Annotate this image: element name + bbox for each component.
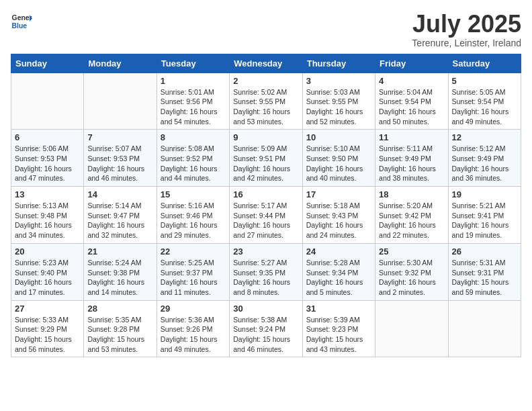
cell-w2-d7: 12Sunrise: 5:12 AM Sunset: 9:49 PM Dayli… <box>448 130 521 187</box>
cell-w2-d6: 11Sunrise: 5:11 AM Sunset: 9:49 PM Dayli… <box>375 130 448 187</box>
location-subtitle: Terenure, Leinster, Ireland <box>412 38 521 48</box>
day-info: Sunrise: 5:09 AM Sunset: 9:51 PM Dayligh… <box>233 144 298 183</box>
day-number: 3 <box>306 76 371 86</box>
day-number: 17 <box>306 189 371 199</box>
day-number: 21 <box>87 246 152 257</box>
day-number: 12 <box>452 132 517 142</box>
day-number: 2 <box>233 76 298 86</box>
cell-w5-d1: 27Sunrise: 5:33 AM Sunset: 9:29 PM Dayli… <box>11 300 84 357</box>
header-row: Sunday Monday Tuesday Wednesday Thursday… <box>11 54 521 73</box>
day-info: Sunrise: 5:04 AM Sunset: 9:54 PM Dayligh… <box>379 87 444 127</box>
calendar-table: Sunday Monday Tuesday Wednesday Thursday… <box>11 54 521 358</box>
cell-w2-d3: 8Sunrise: 5:08 AM Sunset: 9:52 PM Daylig… <box>157 130 229 187</box>
day-info: Sunrise: 5:08 AM Sunset: 9:52 PM Dayligh… <box>161 144 226 183</box>
day-info: Sunrise: 5:03 AM Sunset: 9:55 PM Dayligh… <box>306 87 371 127</box>
month-title: July 2025 <box>412 11 521 38</box>
day-info: Sunrise: 5:16 AM Sunset: 9:46 PM Dayligh… <box>161 201 226 240</box>
day-info: Sunrise: 5:31 AM Sunset: 9:31 PM Dayligh… <box>452 258 517 298</box>
day-info: Sunrise: 5:33 AM Sunset: 9:29 PM Dayligh… <box>15 315 80 355</box>
cell-w5-d7 <box>448 300 521 357</box>
day-info: Sunrise: 5:27 AM Sunset: 9:35 PM Dayligh… <box>233 258 298 298</box>
day-number: 5 <box>452 76 517 86</box>
cell-w2-d5: 10Sunrise: 5:10 AM Sunset: 9:50 PM Dayli… <box>302 130 375 187</box>
day-number: 27 <box>15 304 80 314</box>
day-number: 8 <box>161 132 226 142</box>
day-info: Sunrise: 5:10 AM Sunset: 9:50 PM Dayligh… <box>306 144 371 183</box>
day-info: Sunrise: 5:13 AM Sunset: 9:48 PM Dayligh… <box>15 201 80 240</box>
cell-w4-d7: 26Sunrise: 5:31 AM Sunset: 9:31 PM Dayli… <box>448 243 521 300</box>
day-number: 23 <box>233 246 298 257</box>
day-info: Sunrise: 5:11 AM Sunset: 9:49 PM Dayligh… <box>379 144 444 183</box>
day-info: Sunrise: 5:14 AM Sunset: 9:47 PM Dayligh… <box>87 201 152 240</box>
day-number: 18 <box>379 189 444 199</box>
day-number: 16 <box>233 189 298 199</box>
col-wednesday: Wednesday <box>230 54 302 73</box>
day-number: 4 <box>379 76 444 86</box>
day-number: 11 <box>379 132 444 142</box>
day-info: Sunrise: 5:01 AM Sunset: 9:56 PM Dayligh… <box>161 87 226 127</box>
day-number: 31 <box>306 304 371 314</box>
day-info: Sunrise: 5:28 AM Sunset: 9:34 PM Dayligh… <box>306 258 371 298</box>
cell-w3-d7: 19Sunrise: 5:21 AM Sunset: 9:41 PM Dayli… <box>448 187 521 244</box>
cell-w2-d2: 7Sunrise: 5:07 AM Sunset: 9:53 PM Daylig… <box>84 130 157 187</box>
col-monday: Monday <box>84 54 157 73</box>
day-info: Sunrise: 5:18 AM Sunset: 9:43 PM Dayligh… <box>306 201 371 240</box>
cell-w1-d3: 1Sunrise: 5:01 AM Sunset: 9:56 PM Daylig… <box>157 73 229 130</box>
cell-w1-d5: 3Sunrise: 5:03 AM Sunset: 9:55 PM Daylig… <box>302 73 375 130</box>
cell-w3-d1: 13Sunrise: 5:13 AM Sunset: 9:48 PM Dayli… <box>11 187 84 244</box>
week-row-4: 20Sunrise: 5:23 AM Sunset: 9:40 PM Dayli… <box>11 243 521 300</box>
logo-icon: General Blue <box>11 11 32 32</box>
cell-w3-d5: 17Sunrise: 5:18 AM Sunset: 9:43 PM Dayli… <box>302 187 375 244</box>
day-info: Sunrise: 5:07 AM Sunset: 9:53 PM Dayligh… <box>87 144 152 183</box>
day-info: Sunrise: 5:17 AM Sunset: 9:44 PM Dayligh… <box>233 201 298 240</box>
cell-w4-d2: 21Sunrise: 5:24 AM Sunset: 9:38 PM Dayli… <box>84 243 157 300</box>
day-info: Sunrise: 5:36 AM Sunset: 9:26 PM Dayligh… <box>161 315 226 355</box>
cell-w5-d2: 28Sunrise: 5:35 AM Sunset: 9:28 PM Dayli… <box>84 300 157 357</box>
day-info: Sunrise: 5:24 AM Sunset: 9:38 PM Dayligh… <box>87 258 152 298</box>
cell-w5-d3: 29Sunrise: 5:36 AM Sunset: 9:26 PM Dayli… <box>157 300 229 357</box>
cell-w4-d6: 25Sunrise: 5:30 AM Sunset: 9:32 PM Dayli… <box>375 243 448 300</box>
day-info: Sunrise: 5:06 AM Sunset: 9:53 PM Dayligh… <box>15 144 80 183</box>
cell-w1-d2 <box>84 73 157 130</box>
cell-w3-d2: 14Sunrise: 5:14 AM Sunset: 9:47 PM Dayli… <box>84 187 157 244</box>
cell-w5-d5: 31Sunrise: 5:39 AM Sunset: 9:23 PM Dayli… <box>302 300 375 357</box>
day-number: 29 <box>161 304 226 314</box>
title-block: July 2025 Terenure, Leinster, Ireland <box>412 11 521 48</box>
day-number: 13 <box>15 189 80 199</box>
day-number: 26 <box>452 246 517 257</box>
col-tuesday: Tuesday <box>157 54 229 73</box>
cell-w2-d4: 9Sunrise: 5:09 AM Sunset: 9:51 PM Daylig… <box>230 130 302 187</box>
day-number: 1 <box>161 76 226 86</box>
week-row-1: 1Sunrise: 5:01 AM Sunset: 9:56 PM Daylig… <box>11 73 521 130</box>
cell-w4-d3: 22Sunrise: 5:25 AM Sunset: 9:37 PM Dayli… <box>157 243 229 300</box>
day-info: Sunrise: 5:05 AM Sunset: 9:54 PM Dayligh… <box>452 87 517 127</box>
week-row-2: 6Sunrise: 5:06 AM Sunset: 9:53 PM Daylig… <box>11 130 521 187</box>
day-info: Sunrise: 5:38 AM Sunset: 9:24 PM Dayligh… <box>233 315 298 355</box>
page-header: General Blue July 2025 Terenure, Leinste… <box>11 11 521 48</box>
cell-w3-d6: 18Sunrise: 5:20 AM Sunset: 9:42 PM Dayli… <box>375 187 448 244</box>
day-info: Sunrise: 5:23 AM Sunset: 9:40 PM Dayligh… <box>15 258 80 298</box>
svg-text:General: General <box>12 14 32 21</box>
day-number: 30 <box>233 304 298 314</box>
day-info: Sunrise: 5:35 AM Sunset: 9:28 PM Dayligh… <box>87 315 152 355</box>
cell-w4-d5: 24Sunrise: 5:28 AM Sunset: 9:34 PM Dayli… <box>302 243 375 300</box>
cell-w1-d4: 2Sunrise: 5:02 AM Sunset: 9:55 PM Daylig… <box>230 73 302 130</box>
day-number: 10 <box>306 132 371 142</box>
day-number: 22 <box>161 246 226 257</box>
week-row-3: 13Sunrise: 5:13 AM Sunset: 9:48 PM Dayli… <box>11 187 521 244</box>
day-info: Sunrise: 5:21 AM Sunset: 9:41 PM Dayligh… <box>452 201 517 240</box>
day-number: 6 <box>15 132 80 142</box>
logo: General Blue <box>11 11 32 32</box>
day-number: 9 <box>233 132 298 142</box>
cell-w1-d7: 5Sunrise: 5:05 AM Sunset: 9:54 PM Daylig… <box>448 73 521 130</box>
day-info: Sunrise: 5:20 AM Sunset: 9:42 PM Dayligh… <box>379 201 444 240</box>
cell-w3-d3: 15Sunrise: 5:16 AM Sunset: 9:46 PM Dayli… <box>157 187 229 244</box>
col-friday: Friday <box>375 54 448 73</box>
day-number: 28 <box>87 304 152 314</box>
cell-w5-d4: 30Sunrise: 5:38 AM Sunset: 9:24 PM Dayli… <box>230 300 302 357</box>
svg-text:Blue: Blue <box>12 22 28 30</box>
day-number: 19 <box>452 189 517 199</box>
day-info: Sunrise: 5:39 AM Sunset: 9:23 PM Dayligh… <box>306 315 371 355</box>
cell-w4-d1: 20Sunrise: 5:23 AM Sunset: 9:40 PM Dayli… <box>11 243 84 300</box>
cell-w1-d6: 4Sunrise: 5:04 AM Sunset: 9:54 PM Daylig… <box>375 73 448 130</box>
